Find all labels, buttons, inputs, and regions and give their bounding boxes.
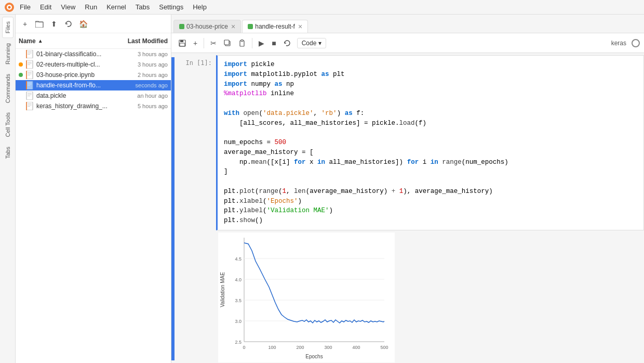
svg-rect-26: [28, 95, 32, 95]
menu-tabs[interactable]: Tabs: [131, 2, 154, 12]
menubar: File Edit View Run Kernel Tabs Settings …: [0, 0, 644, 15]
sort-arrow[interactable]: ▲: [38, 38, 43, 44]
new-file-button[interactable]: +: [19, 18, 31, 30]
cell-output: 2.5 3.0 3.5 4.0 4.5 0 100 200 300 400: [216, 232, 644, 362]
jupyter-logo: [4, 2, 15, 12]
cell-prompt: In [1]:: [175, 55, 216, 362]
cell-area: In [1]: import pickle import matplotlib.…: [171, 53, 644, 363]
tab-icon-0: [179, 24, 184, 29]
svg-rect-39: [241, 40, 243, 41]
svg-rect-22: [28, 85, 30, 86]
file-name: handle-result-from-flo...: [36, 82, 111, 89]
svg-rect-17: [28, 75, 30, 75]
svg-rect-12: [28, 64, 30, 65]
menu-help[interactable]: Help: [189, 2, 211, 12]
svg-rect-11: [28, 63, 32, 64]
cell-type-label: Code: [302, 40, 317, 47]
filebrowser-toolbar: + ⬆ 🏠: [16, 15, 171, 33]
tab-close-1[interactable]: ×: [298, 22, 302, 31]
mae-chart: 2.5 3.0 3.5 4.0 4.5 0 100 200 300 400: [218, 232, 395, 362]
svg-text:4.0: 4.0: [235, 277, 242, 282]
file-item[interactable]: 02-reuters-multiple-cl... 3 hours ago: [16, 59, 171, 70]
menu-view[interactable]: View: [57, 2, 79, 12]
svg-rect-6: [28, 53, 32, 54]
notebook-icon: [25, 82, 34, 89]
file-time: seconds ago: [111, 82, 168, 88]
file-time: 5 hours ago: [111, 103, 168, 109]
sidebar-tab-commands[interactable]: Commands: [3, 70, 13, 107]
notebook-icon: [25, 71, 34, 79]
running-dot: [19, 62, 23, 67]
restart-button[interactable]: [280, 38, 294, 48]
file-name: keras_history_drawing_...: [36, 102, 111, 110]
file-name: data.pickle: [36, 92, 111, 99]
paste-button[interactable]: [235, 38, 249, 48]
refresh-button[interactable]: [62, 18, 75, 30]
add-cell-button[interactable]: +: [190, 38, 200, 48]
svg-rect-27: [28, 96, 30, 96]
svg-rect-7: [28, 54, 30, 55]
menu-settings[interactable]: Settings: [155, 2, 187, 12]
svg-rect-15: [28, 72, 32, 73]
dropdown-arrow-icon: ▾: [318, 40, 321, 47]
sidebar-tab-celltools[interactable]: Cell Tools: [3, 108, 13, 141]
svg-rect-5: [28, 51, 32, 52]
svg-rect-32: [26, 102, 27, 110]
run-button[interactable]: ▶: [256, 38, 267, 48]
notebook-area: 03-house-price × handle-result-f × + ✂: [171, 15, 644, 363]
menu-file[interactable]: File: [16, 2, 35, 12]
notebook-icon: [25, 102, 34, 110]
svg-text:2.5: 2.5: [235, 340, 242, 345]
notebook-tab-0[interactable]: 03-house-price ×: [173, 20, 241, 33]
menu-edit[interactable]: Edit: [36, 2, 56, 12]
menu-run[interactable]: Run: [81, 2, 101, 12]
svg-text:200: 200: [296, 345, 304, 350]
svg-rect-37: [224, 40, 229, 45]
cut-button[interactable]: ✂: [207, 38, 220, 48]
svg-rect-16: [28, 74, 32, 74]
notebook-toolbar: + ✂ ▶ ■ Code ▾ keras: [171, 33, 644, 53]
svg-text:Epochs: Epochs: [305, 354, 323, 359]
tab-close-0[interactable]: ×: [231, 22, 235, 31]
cell-type-dropdown[interactable]: Code ▾: [297, 38, 327, 48]
copy-button[interactable]: [221, 38, 234, 48]
file-time: 2 hours ago: [111, 72, 168, 78]
cell-content: import pickle import matplotlib.pyplot a…: [216, 55, 644, 362]
file-item[interactable]: 01-binary-classificatio... 3 hours ago: [16, 49, 171, 59]
tab-label-0: 03-house-price: [186, 23, 228, 30]
upload-button[interactable]: ⬆: [48, 18, 60, 30]
new-folder-button[interactable]: [33, 18, 46, 30]
svg-rect-35: [180, 43, 185, 46]
running-dot: [19, 73, 23, 77]
sidebar-tab-tabs[interactable]: Tabs: [3, 142, 13, 163]
svg-rect-13: [26, 60, 27, 69]
menu-kernel[interactable]: Kernel: [102, 2, 130, 12]
notebook-icon: [25, 50, 34, 58]
svg-text:400: 400: [352, 345, 360, 350]
svg-rect-23: [26, 81, 27, 89]
file-time: 3 hours ago: [111, 51, 168, 57]
svg-text:Validation MAE: Validation MAE: [220, 272, 225, 307]
save-button[interactable]: [176, 38, 189, 48]
notebook-tab-1[interactable]: handle-result-f ×: [242, 20, 308, 33]
home-button[interactable]: 🏠: [77, 18, 89, 30]
svg-rect-20: [28, 83, 32, 83]
file-item[interactable]: handle-result-from-flo... seconds ago: [16, 80, 171, 90]
file-item[interactable]: keras_history_drawing_... 5 hours ago: [16, 101, 171, 111]
cell-code-editor[interactable]: import pickle import matplotlib.pyplot a…: [216, 55, 644, 230]
svg-text:4.5: 4.5: [235, 256, 242, 262]
svg-text:100: 100: [268, 345, 276, 350]
chart-output: 2.5 3.0 3.5 4.0 4.5 0 100 200 300 400: [216, 232, 644, 362]
svg-text:3.5: 3.5: [235, 298, 242, 303]
filebrowser-column-headers: Name ▲ Last Modified: [16, 33, 171, 49]
stop-button[interactable]: ■: [269, 38, 279, 48]
file-name: 03-house-price.ipynb: [36, 71, 111, 79]
file-list: 01-binary-classificatio... 3 hours ago 0…: [16, 49, 171, 363]
sidebar-tab-files[interactable]: Files: [2, 17, 14, 38]
tab-bar: 03-house-price × handle-result-f ×: [171, 15, 644, 33]
file-item[interactable]: 03-house-price.ipynb 2 hours ago: [16, 70, 171, 80]
sidebar-tab-running[interactable]: Running: [3, 39, 13, 69]
file-item[interactable]: data.pickle an hour ago: [16, 90, 171, 101]
svg-rect-10: [28, 62, 32, 62]
svg-text:3.0: 3.0: [235, 319, 242, 324]
